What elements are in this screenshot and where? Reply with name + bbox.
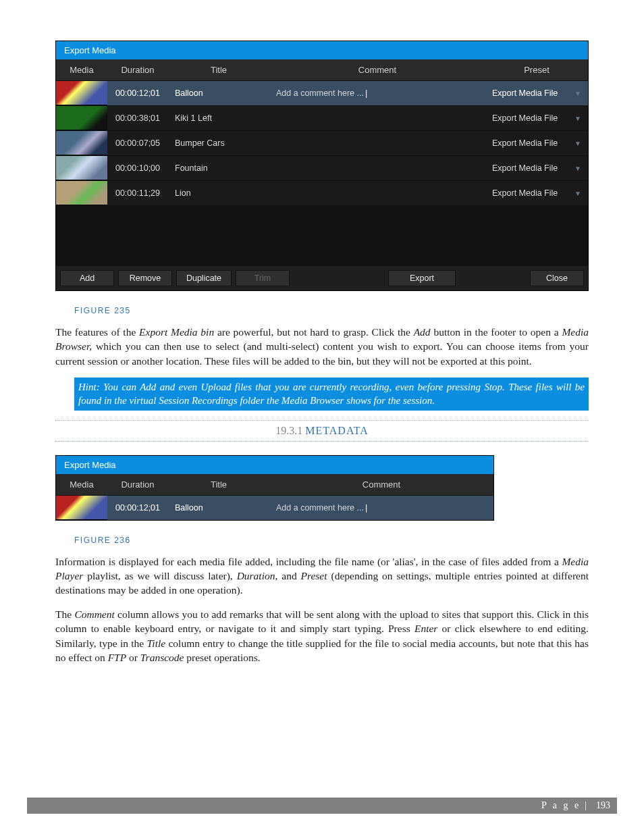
media-thumbnail bbox=[56, 156, 107, 180]
preset-cell[interactable]: Export Media File▼ bbox=[485, 81, 588, 105]
col-media-header: Media bbox=[56, 59, 107, 80]
preset-label: Export Media File bbox=[492, 138, 558, 148]
duration-cell: 00:00:11;29 bbox=[107, 181, 168, 205]
chevron-down-icon: ▼ bbox=[574, 140, 581, 147]
duplicate-button[interactable]: Duplicate bbox=[176, 270, 232, 286]
duration-cell: 00:00:07;05 bbox=[107, 131, 168, 155]
title-cell[interactable]: Fountain bbox=[168, 156, 269, 180]
body-paragraph: The Comment column allows you to add rem… bbox=[55, 607, 589, 665]
col-comment-header: Comment bbox=[269, 59, 485, 80]
col-title-header: Title bbox=[168, 474, 269, 495]
trim-button: Trim bbox=[236, 270, 290, 286]
duration-cell: 00:00:12;01 bbox=[107, 496, 168, 520]
panel-title: Export Media bbox=[56, 41, 588, 59]
title-cell[interactable]: Kiki 1 Left bbox=[168, 106, 269, 130]
comment-placeholder: Add a comment here ... bbox=[276, 88, 367, 98]
comment-cell[interactable]: Add a comment here ... bbox=[269, 496, 493, 520]
export-media-panel-small: Export Media Media Duration Title Commen… bbox=[55, 455, 494, 521]
table-row[interactable]: 00:00:12;01BalloonAdd a comment here ...… bbox=[56, 80, 588, 105]
table-row[interactable]: 00:00:38;01Kiki 1 LeftExport Media File▼ bbox=[56, 105, 588, 130]
chevron-down-icon: ▼ bbox=[574, 90, 581, 97]
preset-label: Export Media File bbox=[492, 88, 558, 98]
chevron-down-icon: ▼ bbox=[574, 115, 581, 122]
duration-cell: 00:00:10;00 bbox=[107, 156, 168, 180]
figure-caption-235: FIGURE 235 bbox=[74, 306, 589, 315]
section-title: METADATA bbox=[305, 425, 368, 436]
panel-title-small: Export Media bbox=[56, 456, 493, 474]
table-row[interactable]: 00:00:11;29LionExport Media File▼ bbox=[56, 180, 588, 205]
comment-cell[interactable] bbox=[269, 181, 485, 205]
table-row[interactable]: 00:00:07;05Bumper CarsExport Media File▼ bbox=[56, 130, 588, 155]
hint-box: Hint: You can Add and even Upload files … bbox=[74, 377, 589, 411]
close-button[interactable]: Close bbox=[530, 270, 584, 286]
col-preset-header: Preset bbox=[485, 59, 588, 80]
preset-label: Export Media File bbox=[492, 188, 558, 198]
page-label: P a g e bbox=[541, 800, 581, 811]
title-cell[interactable]: Lion bbox=[168, 181, 269, 205]
col-duration-header: Duration bbox=[107, 474, 168, 495]
comment-cell[interactable]: Add a comment here ... bbox=[269, 81, 485, 105]
title-cell[interactable]: Bumper Cars bbox=[168, 131, 269, 155]
preset-cell[interactable]: Export Media File▼ bbox=[485, 131, 588, 155]
panel-empty-area bbox=[56, 205, 588, 266]
page-footer: P a g e | 193 bbox=[27, 798, 617, 814]
comment-placeholder: Add a comment here ... bbox=[276, 503, 367, 513]
title-cell[interactable]: Balloon bbox=[168, 496, 269, 520]
comment-cell[interactable] bbox=[269, 106, 485, 130]
media-thumbnail bbox=[56, 106, 107, 130]
section-number: 19.3.1 bbox=[275, 425, 302, 436]
chevron-down-icon: ▼ bbox=[574, 165, 581, 172]
table-row[interactable]: 00:00:12;01 Balloon Add a comment here .… bbox=[56, 495, 493, 520]
col-title-header: Title bbox=[168, 59, 269, 80]
duration-cell: 00:00:38;01 bbox=[107, 106, 168, 130]
media-thumbnail bbox=[56, 496, 107, 520]
title-cell[interactable]: Balloon bbox=[168, 81, 269, 105]
page-number: 193 bbox=[596, 800, 610, 811]
remove-button[interactable]: Remove bbox=[118, 270, 172, 286]
figure-caption-236: FIGURE 236 bbox=[74, 536, 589, 545]
export-media-panel: Export Media Media Duration Title Commen… bbox=[55, 41, 589, 291]
comment-cell[interactable] bbox=[269, 131, 485, 155]
duration-cell: 00:00:12;01 bbox=[107, 81, 168, 105]
section-rule-top bbox=[55, 420, 589, 421]
section-heading: 19.3.1 METADATA bbox=[55, 425, 589, 437]
media-thumbnail bbox=[56, 181, 107, 205]
col-media-header: Media bbox=[56, 474, 107, 495]
preset-label: Export Media File bbox=[492, 113, 558, 123]
preset-cell[interactable]: Export Media File▼ bbox=[485, 156, 588, 180]
preset-cell[interactable]: Export Media File▼ bbox=[485, 181, 588, 205]
panel-footer: Add Remove Duplicate Trim Export Close bbox=[56, 266, 588, 290]
table-row[interactable]: 00:00:10;00FountainExport Media File▼ bbox=[56, 155, 588, 180]
export-button[interactable]: Export bbox=[388, 270, 456, 286]
comment-cell[interactable] bbox=[269, 156, 485, 180]
body-paragraph: Information is displayed for each media … bbox=[55, 554, 589, 598]
section-rule-bottom bbox=[55, 441, 589, 442]
col-duration-header: Duration bbox=[107, 59, 168, 80]
page-sep: | bbox=[585, 800, 587, 811]
preset-cell[interactable]: Export Media File▼ bbox=[485, 106, 588, 130]
body-paragraph: The features of the Export Media bin are… bbox=[55, 325, 589, 368]
column-headers: Media Duration Title Comment Preset bbox=[56, 59, 588, 80]
add-button[interactable]: Add bbox=[60, 270, 114, 286]
col-comment-header: Comment bbox=[269, 474, 493, 495]
media-thumbnail bbox=[56, 81, 107, 105]
column-headers-small: Media Duration Title Comment bbox=[56, 474, 493, 495]
preset-label: Export Media File bbox=[492, 163, 558, 173]
chevron-down-icon: ▼ bbox=[574, 190, 581, 197]
media-thumbnail bbox=[56, 131, 107, 155]
